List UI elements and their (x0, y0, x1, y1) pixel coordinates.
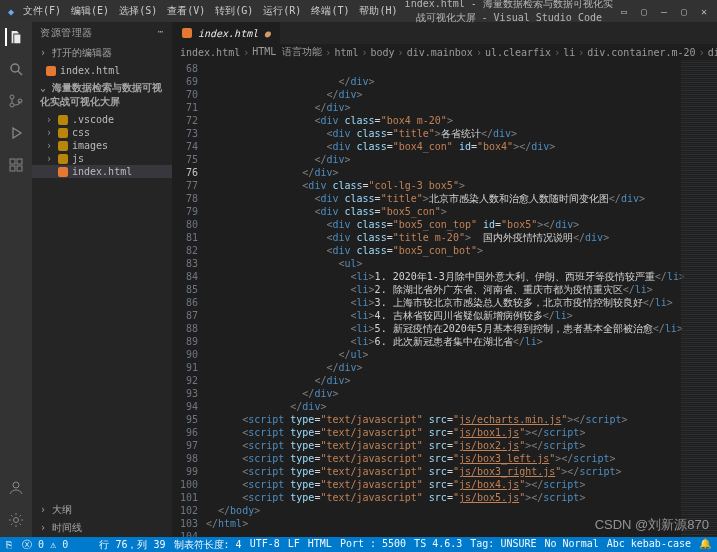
activity-bar (0, 22, 32, 537)
status-ts[interactable]: TS 4.6.3 (414, 538, 462, 552)
tab-dirty-icon: ● (264, 28, 270, 39)
menubar: 文件(F)编辑(E)选择(S)查看(V)转到(G)运行(R)终端(T)帮助(H) (18, 2, 403, 20)
menu-item[interactable]: 查看(V) (162, 2, 210, 20)
outline-section[interactable]: › 大纲 (32, 501, 172, 519)
debug-icon[interactable] (7, 124, 25, 142)
menu-item[interactable]: 转到(G) (210, 2, 258, 20)
svg-marker-5 (13, 128, 21, 138)
maximize-icon[interactable]: ▢ (675, 6, 693, 17)
breadcrumb-item[interactable]: div.container.m-20 (587, 47, 695, 58)
tab-bar: index.html ● (172, 22, 717, 44)
vscode-icon: ◆ (4, 6, 18, 17)
file-tree: ›.vscode›css›images›jsindex.html (32, 111, 172, 180)
svg-rect-8 (10, 166, 15, 171)
breadcrumb-item[interactable]: html (334, 47, 358, 58)
breadcrumb[interactable]: index.html›HTML 语言功能›html›body›div.mainb… (172, 44, 717, 60)
tree-item[interactable]: ›css (32, 126, 172, 139)
status-lang[interactable]: HTML (308, 538, 332, 552)
window-title: index.html - 海量数据检索与数据可视化实战可视化大屏 - Visua… (403, 0, 616, 25)
html-file-icon (182, 28, 192, 38)
status-ln[interactable]: 行 76，列 39 (99, 538, 165, 552)
status-tab[interactable]: 制表符长度: 4 (174, 538, 242, 552)
status-remote-icon[interactable]: ⎘ (6, 539, 12, 550)
tree-item[interactable]: ›.vscode (32, 113, 172, 126)
code-editor[interactable]: 6869707172737475767778798081828384858687… (172, 60, 717, 537)
source-control-icon[interactable] (7, 92, 25, 110)
status-eol[interactable]: LF (288, 538, 300, 552)
extensions-icon[interactable] (7, 156, 25, 174)
breadcrumb-item[interactable]: li (563, 47, 575, 58)
tree-item[interactable]: index.html (32, 165, 172, 178)
more-icon[interactable]: ⋯ (157, 26, 164, 40)
menu-item[interactable]: 选择(S) (114, 2, 162, 20)
close-icon[interactable]: ✕ (695, 6, 713, 17)
titlebar: ◆ 文件(F)编辑(E)选择(S)查看(V)转到(G)运行(R)终端(T)帮助(… (0, 0, 717, 22)
svg-point-11 (14, 518, 19, 523)
minimize-icon[interactable]: — (655, 6, 673, 17)
status-kebab[interactable]: Abc kebab-case (607, 538, 691, 552)
line-gutter: 6869707172737475767778798081828384858687… (172, 60, 206, 537)
open-editor-item[interactable]: index.html (32, 64, 172, 77)
breadcrumb-item[interactable]: div.mainbox (407, 47, 473, 58)
breadcrumb-item[interactable]: HTML 语言功能 (252, 45, 322, 59)
open-editors-header[interactable]: › 打开的编辑器 (32, 44, 172, 62)
svg-rect-6 (10, 159, 15, 164)
menu-item[interactable]: 运行(R) (258, 2, 306, 20)
menu-item[interactable]: 终端(T) (306, 2, 354, 20)
sidebar-explorer: 资源管理器⋯ › 打开的编辑器 index.html ⌄ 海量数据检索与数据可视… (32, 22, 172, 537)
layout-icon[interactable]: ▭ (615, 6, 633, 17)
svg-rect-7 (17, 159, 22, 164)
svg-point-0 (11, 64, 19, 72)
panel-icon[interactable]: ▢ (635, 6, 653, 17)
status-encoding[interactable]: UTF-8 (250, 538, 280, 552)
search-icon[interactable] (7, 60, 25, 78)
svg-point-3 (10, 103, 14, 107)
svg-rect-9 (17, 166, 22, 171)
explorer-icon[interactable] (5, 28, 23, 46)
explorer-title: 资源管理器 (40, 26, 93, 40)
tab-label: index.html (198, 28, 258, 39)
breadcrumb-item[interactable]: ul.clearfix (485, 47, 551, 58)
status-problems[interactable]: ⓧ 0 ⚠ 0 (22, 538, 68, 552)
menu-item[interactable]: 帮助(H) (354, 2, 402, 20)
code-lines[interactable]: </div> </div> </div> <div class="box4 m-… (206, 60, 717, 537)
svg-point-2 (10, 95, 14, 99)
svg-line-1 (18, 71, 22, 75)
status-port[interactable]: Port : 5500 (340, 538, 406, 552)
menu-item[interactable]: 编辑(E) (66, 2, 114, 20)
tab-indexhtml[interactable]: index.html ● (172, 22, 281, 44)
gear-icon[interactable] (7, 511, 25, 529)
status-bar: ⎘ ⓧ 0 ⚠ 0 行 76，列 39 制表符长度: 4 UTF-8 LF HT… (0, 537, 717, 552)
editor-area: index.html ● index.html›HTML 语言功能›html›b… (172, 22, 717, 537)
breadcrumb-item[interactable]: index.html (180, 47, 240, 58)
folder-root[interactable]: ⌄ 海量数据检索与数据可视化实战可视化大屏 (32, 79, 172, 111)
svg-point-10 (13, 482, 19, 488)
menu-item[interactable]: 文件(F) (18, 2, 66, 20)
status-tag[interactable]: Tag: UNSURE (470, 538, 536, 552)
breadcrumb-item[interactable]: body (371, 47, 395, 58)
minimap[interactable] (681, 60, 717, 537)
account-icon[interactable] (7, 479, 25, 497)
timeline-section[interactable]: › 时间线 (32, 519, 172, 537)
status-vim[interactable]: No Normal (545, 538, 599, 552)
tree-item[interactable]: ›images (32, 139, 172, 152)
breadcrumb-item[interactable]: div.row (708, 47, 717, 58)
status-bell-icon[interactable]: 🔔 (699, 538, 711, 552)
tree-item[interactable]: ›js (32, 152, 172, 165)
